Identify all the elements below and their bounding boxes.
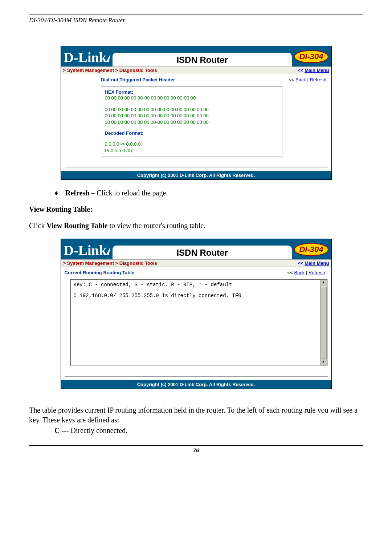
main-menu-wrap: << Main Menu xyxy=(298,260,329,266)
scrollbar[interactable]: ▲ ▼ xyxy=(320,280,327,365)
diamond-icon: ♦ xyxy=(54,189,65,197)
main-menu-wrap: << Main Menu xyxy=(298,68,329,73)
model-badge: DI-304 xyxy=(294,243,328,256)
refresh-link[interactable]: Refresh xyxy=(309,270,325,275)
hex-line: 00 00 00 00 00 00 00 00-00 00 00 00 00 0… xyxy=(105,113,278,119)
main-menu-link[interactable]: Main Menu xyxy=(305,68,329,73)
routing-description: The table provides current IP routing in… xyxy=(29,405,363,425)
decoded-format-label: Decoded Format: xyxy=(105,130,278,136)
screenshot-dialout: D-Link ISDN Router DI-304 > System Manag… xyxy=(61,46,332,180)
decoded-line: 0.0.0.0 -> 0.0.0.0 xyxy=(105,141,278,147)
instruction-line: Click View Routing Table to view the rou… xyxy=(29,221,363,231)
key-c-definition: C --- Directly connected. xyxy=(54,426,363,435)
instr-post: to view the router's routing table. xyxy=(108,222,206,230)
breadcrumb: > System Management > Diagnostic Tools xyxy=(63,260,157,266)
breadcrumb: > System Management > Diagnostic Tools xyxy=(63,68,157,73)
router-title: ISDN Router xyxy=(113,246,292,259)
refresh-link[interactable]: Refresh xyxy=(310,77,327,82)
dlink-logo: D-Link xyxy=(64,50,110,66)
main-menu-link[interactable]: Main Menu xyxy=(305,260,329,266)
dlink-logo: D-Link xyxy=(64,243,110,259)
main-menu-prefix: << xyxy=(298,68,305,73)
packet-panel: HEX Format: 00 00 00 00 00 00-00 00 00 0… xyxy=(101,86,282,157)
instr-bold: View Routing Table xyxy=(46,222,107,230)
back-link[interactable]: Back xyxy=(294,270,305,275)
nav-links: << Back | Refresh| xyxy=(289,77,327,82)
hex-format-label: HEX Format: xyxy=(105,89,278,95)
hex-line: 00 00 00 00 00 00-00 00 00 00 00 00-00 0… xyxy=(105,95,278,101)
decoded-line: Pr 0 len 0 (0) xyxy=(105,147,278,154)
scroll-up-icon[interactable]: ▲ xyxy=(320,280,327,286)
model-badge: DI-304 xyxy=(294,50,328,63)
hex-line: 00 00 00 00 00 00 00 00-00 00 00 00 00 0… xyxy=(105,106,278,113)
page-number: 76 xyxy=(29,445,363,453)
hex-line: 00 00 00 00 00 00 00 00-00 00 00 00 00 0… xyxy=(105,119,278,126)
instr-pre: Click xyxy=(29,222,46,230)
scroll-down-icon[interactable]: ▼ xyxy=(320,359,327,365)
view-routing-heading: View Routing Table: xyxy=(29,205,363,214)
page-header: DI-304/DI-304M ISDN Remote Router xyxy=(29,17,363,24)
copyright-bar: Copyright (c) 2001 D-Link Corp. All Righ… xyxy=(61,171,331,179)
nav-links: << Back | Refresh | xyxy=(287,270,328,275)
screenshot-routing: D-Link ISDN Router DI-304 > System Manag… xyxy=(61,239,332,389)
main-menu-prefix: << xyxy=(298,260,305,266)
refresh-bold: Refresh xyxy=(65,189,89,197)
section-title: Current Running Routing Table xyxy=(65,270,135,275)
routing-entry: C 192.168.0.0/ 255.255.255.0 is directly… xyxy=(74,293,324,299)
key-c-bold: C xyxy=(54,426,60,434)
refresh-rest: – Click to reload the page. xyxy=(89,189,168,197)
back-link[interactable]: Back xyxy=(295,77,306,82)
copyright-bar: Copyright (c) 2001 D-Link Corp. All Righ… xyxy=(61,380,331,389)
routing-output: Key: C - connected, S - static, R - RIP,… xyxy=(70,279,328,366)
router-title: ISDN Router xyxy=(113,53,292,66)
scroll-thumb[interactable] xyxy=(321,287,327,358)
routing-key-line: Key: C - connected, S - static, R - RIP,… xyxy=(74,282,324,288)
section-title: Dial-out Triggered Packet Header xyxy=(101,77,175,82)
bullet-refresh: ♦ Refresh – Click to reload the page. xyxy=(54,189,363,197)
key-c-rest: --- Directly connected. xyxy=(60,426,127,434)
